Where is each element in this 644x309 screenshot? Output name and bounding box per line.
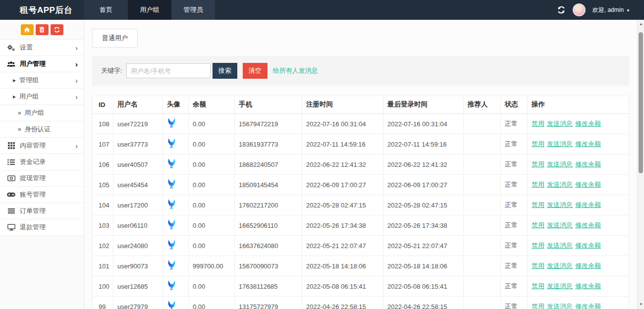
disable-user-link[interactable]: 禁用 <box>532 303 544 309</box>
search-input[interactable] <box>126 63 211 78</box>
cell-last-login: 2022-05-21 22:07:47 <box>383 236 464 256</box>
disable-user-link[interactable]: 禁用 <box>532 201 544 208</box>
disable-user-link[interactable]: 禁用 <box>532 181 544 188</box>
status-badge: 正常 <box>501 134 528 154</box>
send-message-link[interactable]: 发送消息 <box>547 282 573 290</box>
modify-balance-link[interactable]: 修改余额 <box>575 221 601 229</box>
sidebar-item-admin-group[interactable]: ▸ 管理组 › <box>0 72 84 89</box>
send-message-link[interactable]: 发送消息 <box>547 242 573 249</box>
bunny-avatar-icon <box>167 280 176 291</box>
disable-user-link[interactable]: 禁用 <box>532 120 544 127</box>
modify-balance-link[interactable]: 修改余额 <box>575 160 601 168</box>
modify-balance-link[interactable]: 修改余额 <box>575 262 601 269</box>
cell-balance: 0.00 <box>189 175 235 195</box>
admin-avatar[interactable] <box>573 3 586 16</box>
scroll-up-icon[interactable]: ▲ <box>638 21 644 28</box>
status-badge: 正常 <box>501 297 528 309</box>
cell-actions: 禁用发送消息修改余额 <box>528 195 629 215</box>
status-badge: 正常 <box>501 154 528 175</box>
trash-button[interactable] <box>36 24 49 35</box>
sidebar-item-account-management[interactable]: 账号管理 <box>0 187 84 203</box>
disable-user-link[interactable]: 禁用 <box>532 221 544 229</box>
send-message-link[interactable]: 发送消息 <box>547 201 573 208</box>
cell-balance: 0.00 <box>189 236 235 256</box>
sidebar-item-label: 管理组 <box>19 76 39 85</box>
recycle-button[interactable] <box>51 24 63 35</box>
scrollbar-thumb[interactable] <box>639 32 643 173</box>
cell-avatar <box>163 236 189 256</box>
nav-tab-admin[interactable]: 管理员 <box>171 0 215 20</box>
disable-user-link[interactable]: 禁用 <box>532 262 544 269</box>
send-message-link[interactable]: 发送消息 <box>547 303 573 309</box>
sidebar-item-label: 提现管理 <box>20 174 46 183</box>
send-message-link[interactable]: 发送消息 <box>547 120 573 127</box>
column-header-referrer: 推荐人 <box>464 96 501 114</box>
sidebar-item-user-management[interactable]: 用户管理 › <box>0 56 84 72</box>
cell-id: 108 <box>93 114 113 134</box>
sidebar-toolbar <box>0 20 84 40</box>
cell-id: 102 <box>93 236 113 256</box>
table-row: 100 user12685 0.00 17638112685 2022-05-0… <box>93 276 629 297</box>
scroll-down-icon[interactable]: ▼ <box>638 301 644 308</box>
sidebar-item-withdrawal-management[interactable]: 提现管理 <box>0 170 84 187</box>
cell-actions: 禁用发送消息修改余额 <box>528 297 629 309</box>
sidebar-item-settings[interactable]: 设置 › <box>0 40 84 56</box>
clear-button[interactable]: 清空 <box>243 63 268 79</box>
cell-registered: 2022-04-26 22:58:15 <box>302 297 383 309</box>
disable-user-link[interactable]: 禁用 <box>532 140 544 148</box>
bunny-avatar-icon <box>167 260 176 270</box>
modify-balance-link[interactable]: 修改余额 <box>575 181 601 188</box>
modify-balance-link[interactable]: 修改余额 <box>575 201 601 208</box>
cell-phone: 16637624080 <box>235 236 302 256</box>
cell-avatar <box>163 256 189 276</box>
home-button[interactable] <box>21 24 34 35</box>
vertical-scrollbar[interactable]: ▲ ▼ <box>637 20 644 309</box>
sidebar-item-label: 用户组 <box>25 108 44 117</box>
sidebar-subitem-identity-verification[interactable]: » 身份认证 <box>0 121 84 138</box>
disable-user-link[interactable]: 禁用 <box>532 160 544 168</box>
send-message-link[interactable]: 发送消息 <box>547 181 573 188</box>
sidebar-item-user-group[interactable]: ▸ 用户组 › <box>0 89 84 105</box>
cell-registered: 2022-05-18 14:18:06 <box>302 256 383 276</box>
column-header-actions: 操作 <box>528 96 629 114</box>
disable-user-link[interactable]: 禁用 <box>532 242 544 249</box>
top-navbar: 租号APP后台 首页 用户组 管理员 欢迎, admin ▼ <box>0 0 644 20</box>
cell-actions: 禁用发送消息修改余额 <box>528 236 629 256</box>
disable-user-link[interactable]: 禁用 <box>532 282 544 290</box>
bunny-avatar-icon <box>167 158 176 169</box>
cell-referrer <box>464 215 501 236</box>
sidebar: 设置 › 用户管理 › ▸ 管理组 › ▸ 用户组 › » 用户组 » 身份认证… <box>0 20 84 309</box>
status-badge: 正常 <box>501 114 528 134</box>
sidebar-item-fund-records[interactable]: 资金记录 <box>0 154 84 170</box>
search-button[interactable]: 搜索 <box>213 63 237 79</box>
cell-avatar <box>163 276 189 297</box>
cell-phone: 18509145454 <box>235 175 302 195</box>
send-message-link[interactable]: 发送消息 <box>547 262 573 269</box>
send-message-link[interactable]: 发送消息 <box>547 140 573 148</box>
modify-balance-link[interactable]: 修改余额 <box>575 140 601 148</box>
tab-regular-users[interactable]: 普通用户 <box>92 29 138 48</box>
cell-username: user06110 <box>113 215 163 236</box>
sidebar-item-refund-management[interactable]: 退款管理 <box>0 219 84 236</box>
nav-tab-home[interactable]: 首页 <box>84 0 128 20</box>
modify-balance-link[interactable]: 修改余额 <box>575 242 601 249</box>
sidebar-item-order-management[interactable]: 订单管理 <box>0 203 84 219</box>
gamepad-icon <box>7 192 15 197</box>
chevron-right-icon: › <box>75 60 78 68</box>
sidebar-item-content-management[interactable]: 内容管理 › <box>0 138 84 154</box>
nav-tab-user-group[interactable]: 用户组 <box>128 0 171 20</box>
cell-actions: 禁用发送消息修改余额 <box>528 134 629 154</box>
modify-balance-link[interactable]: 修改余额 <box>575 282 601 290</box>
sidebar-subitem-user-group[interactable]: » 用户组 <box>0 105 84 121</box>
cell-balance: 0.00 <box>189 215 235 236</box>
cell-last-login: 2022-07-11 14:59:16 <box>383 134 464 154</box>
cell-phone: 18361937773 <box>235 134 302 154</box>
send-message-link[interactable]: 发送消息 <box>547 160 573 168</box>
broadcast-message-link[interactable]: 给所有人发消息 <box>273 66 318 75</box>
cell-phone: 18682240507 <box>235 154 302 175</box>
refresh-icon[interactable] <box>557 5 566 14</box>
welcome-menu[interactable]: 欢迎, admin ▼ <box>592 6 630 14</box>
modify-balance-link[interactable]: 修改余额 <box>575 120 601 127</box>
send-message-link[interactable]: 发送消息 <box>547 221 573 229</box>
modify-balance-link[interactable]: 修改余额 <box>575 303 601 309</box>
